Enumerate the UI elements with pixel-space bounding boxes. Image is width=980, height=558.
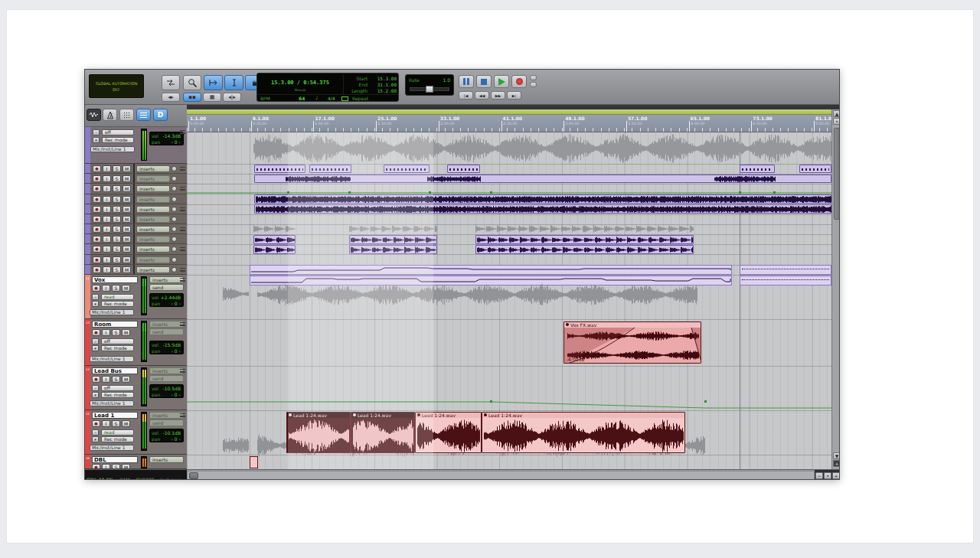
vertical-scroll-thumb[interactable] (834, 128, 840, 220)
track-input-button[interactable]: I (103, 185, 111, 192)
automation-clip-tail[interactable] (740, 276, 831, 286)
midi-clip[interactable] (447, 165, 480, 173)
inserts-button[interactable]: inserts (136, 185, 170, 192)
automation-enable-button[interactable]: ∘ (92, 294, 99, 300)
track-color-strip[interactable] (85, 224, 90, 234)
io-selector[interactable]: Mic/Inst/Line 1 (90, 400, 134, 406)
track-grip-icon[interactable] (180, 187, 185, 191)
volume-pan-display[interactable]: vol+2.44dBpan‹ 0 › (149, 293, 184, 307)
insert-slot-button[interactable] (172, 217, 177, 222)
track-grip-icon[interactable] (180, 130, 185, 134)
track-grip-icon[interactable] (180, 207, 185, 211)
track-solo-button[interactable]: S (113, 185, 121, 192)
automation-enable-button[interactable]: ∘ (92, 338, 99, 344)
record-arm-button[interactable]: ● (92, 285, 100, 292)
loop-icon[interactable] (341, 96, 348, 101)
inserts-button[interactable]: inserts (136, 216, 170, 223)
insert-slot-button[interactable] (172, 176, 177, 181)
track-color-strip[interactable] (85, 127, 90, 164)
record-arm-button[interactable]: ● (93, 246, 101, 253)
track-narrow-10[interactable]: ●ISMinserts (85, 255, 187, 265)
zoom-out-in-button[interactable]: ◂▸ (162, 93, 180, 102)
repeat-label[interactable]: Repeat (352, 96, 368, 101)
vox-fx-clip[interactable]: Vox FX.wav-6.00dB (564, 321, 701, 364)
track-mute-button[interactable]: M (122, 376, 130, 383)
track-color-strip[interactable] (85, 194, 90, 204)
track-grip-icon[interactable] (180, 369, 185, 373)
zoom-in-corner-button[interactable]: + (832, 472, 840, 479)
track-name-box[interactable]: Lead 1 (92, 412, 138, 419)
shuffle-mode-button[interactable] (162, 75, 180, 90)
track-input-button[interactable]: I (102, 376, 110, 383)
inserts-button[interactable]: inserts (136, 206, 170, 213)
play-button[interactable] (494, 75, 509, 88)
automation-mode-dropdown[interactable]: off (101, 338, 134, 344)
track-solo-button[interactable]: S (113, 175, 121, 182)
view-list-button[interactable] (136, 109, 151, 121)
monitor-button[interactable]: ▾ (92, 301, 99, 307)
track-solo-button[interactable]: S (113, 196, 121, 203)
view-clips-button[interactable] (87, 109, 101, 121)
track-solo-button[interactable]: S (112, 285, 120, 292)
zoom-out-corner-button[interactable]: − (815, 472, 823, 479)
track-name-box[interactable]: DBL (92, 456, 138, 463)
track-mute-button[interactable]: M (122, 266, 131, 273)
transport-mini-bottom-button[interactable] (530, 82, 537, 87)
monitor-button[interactable]: ▾ (93, 137, 100, 143)
volume-pan-display[interactable]: vol-10.5dBpan‹ 0 › (149, 384, 184, 398)
track-solo-button[interactable]: S (113, 246, 121, 253)
grid-zoom-button[interactable]: ▦ (203, 93, 221, 102)
insert-slot-button[interactable] (172, 166, 177, 171)
record-arm-button[interactable]: ● (93, 175, 101, 182)
track-input-button[interactable]: I (103, 266, 111, 273)
track-mute-button[interactable]: M (122, 185, 131, 192)
track-input-button[interactable]: I (102, 420, 110, 427)
track-solo-button[interactable]: S (113, 165, 121, 172)
zoom-vertical-button[interactable]: • (833, 118, 840, 125)
inserts-button[interactable]: inserts (136, 165, 170, 172)
track-narrow-3[interactable]: ●ISMinserts (85, 184, 187, 194)
automation-clip-tail[interactable] (740, 265, 831, 275)
automation-mode-dropdown[interactable]: read (101, 429, 134, 436)
record-arm-button[interactable]: ● (93, 196, 101, 203)
track-color-strip[interactable] (85, 214, 90, 224)
transport-mini-top-button[interactable] (530, 75, 537, 80)
track-grip-icon[interactable] (180, 413, 185, 417)
vertical-scrollbar[interactable]: ▲ • ▼ + (831, 109, 840, 469)
io-selector[interactable]: Mic/Inst/Line 1 (90, 146, 135, 152)
send-button[interactable]: send (149, 419, 184, 426)
edit-canvas[interactable]: Vox FX.wav-6.00dBLead 1-24.wavLead 1-24.… (187, 132, 831, 469)
track-input-button[interactable]: I (103, 206, 111, 213)
track-solo-button[interactable]: S (113, 266, 121, 273)
track-solo-button[interactable]: S (112, 376, 120, 383)
volume-pan-display[interactable]: vol-15.5dBpan‹ 0 › (149, 341, 184, 354)
track-narrow-6[interactable]: ●ISMinserts (85, 214, 187, 224)
track-input-button[interactable]: I (103, 165, 111, 172)
selector-tool-button[interactable] (224, 75, 243, 90)
view-grid-button[interactable] (119, 109, 134, 121)
record-arm-button[interactable]: ● (93, 266, 101, 273)
automation-mode-dropdown[interactable]: read (101, 294, 134, 300)
insert-slot-button[interactable] (172, 207, 177, 212)
clip-mute-icon[interactable] (484, 413, 487, 416)
record-arm-button[interactable]: ● (93, 165, 101, 172)
record-arm-button[interactable]: ● (92, 420, 100, 427)
zoom-preset-button[interactable]: ▪▪ (183, 93, 201, 102)
rec-mode-dropdown[interactable]: Rec mode (101, 345, 134, 351)
track-narrow-9[interactable]: ●ISMinserts (85, 244, 187, 254)
track-color-strip[interactable] (85, 204, 90, 214)
dbl-clip[interactable] (250, 456, 258, 468)
track-mute-button[interactable]: M (122, 464, 130, 469)
scroll-down-button[interactable]: ▼ (833, 452, 840, 459)
inserts-button[interactable]: inserts (136, 226, 170, 233)
track-color-strip[interactable] (85, 234, 90, 244)
track-mute-button[interactable]: M (122, 246, 131, 253)
track-solo-button[interactable]: S (112, 420, 120, 427)
drum-clip[interactable] (475, 245, 694, 254)
send-button[interactable]: send (149, 284, 184, 291)
track-color-strip[interactable] (85, 184, 90, 194)
record-arm-button[interactable]: ● (93, 256, 101, 263)
track-narrow-8[interactable]: ●ISMinserts (85, 234, 187, 244)
track-input-button[interactable]: I (103, 196, 111, 203)
midi-clip[interactable] (799, 165, 831, 173)
